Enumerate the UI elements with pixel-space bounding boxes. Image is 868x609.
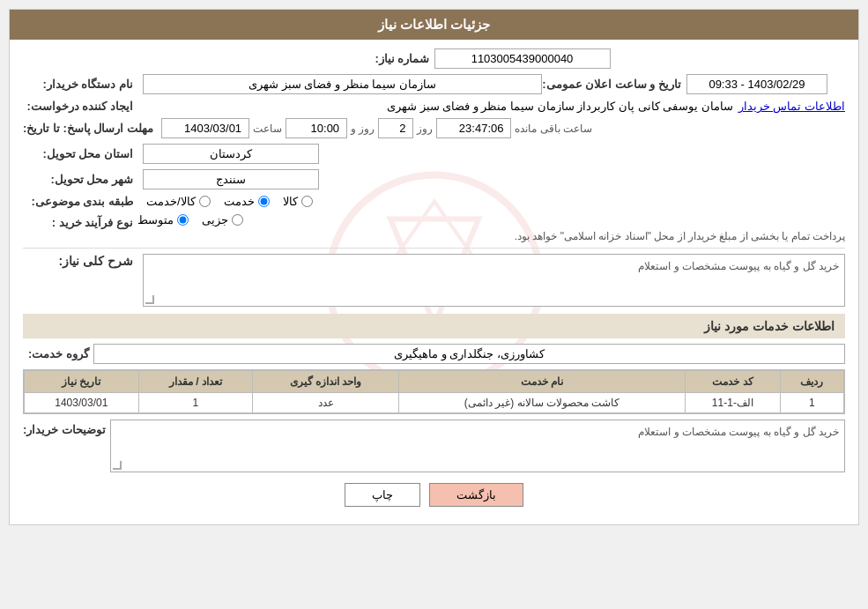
buyer-notes-value: خرید گل و گیاه به پیوست مشخصات و استعلام bbox=[116, 426, 839, 438]
table-row: 1 الف-1-11 کاشت محصولات سالانه (غیر دائم… bbox=[25, 393, 844, 413]
need-number-label: شماره نیاز: bbox=[320, 52, 434, 65]
services-table: ردیف کد خدمت نام خدمت واحد اندازه گیری ت… bbox=[24, 370, 844, 413]
subject-radio-kala[interactable]: کالا bbox=[283, 195, 313, 208]
province-label: استان محل تحویل: bbox=[23, 147, 137, 160]
col-header-row: ردیف bbox=[780, 371, 843, 393]
send-deadline-label: مهلت ارسال پاسخ: تا تاریخ: bbox=[23, 122, 158, 135]
subject-radio-kala-khedmat-input[interactable] bbox=[199, 196, 211, 207]
need-summary-label: شرح کلی نیاز: bbox=[23, 254, 137, 268]
service-group-value: کشاورزی، جنگلداری و ماهیگیری bbox=[93, 344, 845, 364]
process-note: پرداخت تمام یا بخشی از مبلغ خریدار از مح… bbox=[137, 230, 845, 242]
process-radio-jozei-input[interactable] bbox=[232, 214, 243, 226]
province-value: کردستان bbox=[143, 144, 319, 164]
subject-row: طبقه بندی موضوعی: کالا/خدمت خدمت bbox=[23, 195, 845, 208]
days-unit-label: روز و bbox=[351, 123, 375, 135]
buyer-notes-box: خرید گل و گیاه به پیوست مشخصات و استعلام bbox=[110, 420, 845, 472]
creator-row: ایجاد کننده درخواست: سامان یوسفی کانی پا… bbox=[23, 100, 845, 113]
need-number-value: 1103005439000040 bbox=[434, 48, 611, 69]
process-type-radios: متوسط جزیی bbox=[137, 213, 845, 227]
cell-service-name: کاشت محصولات سالانه (غیر دائمی) bbox=[398, 393, 685, 413]
creator-label: ایجاد کننده درخواست: bbox=[23, 100, 137, 113]
city-value: سنندج bbox=[143, 169, 319, 189]
service-group-row: گروه خدمت: کشاورزی، جنگلداری و ماهیگیری bbox=[23, 344, 845, 364]
announce-date-label: تاریخ و ساعت اعلان عمومی: bbox=[542, 78, 681, 91]
need-summary-row: شرح کلی نیاز: خرید گل و گیاه به پیوست مش… bbox=[23, 254, 845, 307]
services-table-container: ردیف کد خدمت نام خدمت واحد اندازه گیری ت… bbox=[23, 369, 845, 414]
process-radio-jozei[interactable]: جزیی bbox=[202, 213, 243, 227]
col-header-service-name: نام خدمت bbox=[398, 371, 685, 393]
need-summary-box: خرید گل و گیاه به پیوست مشخصات و استعلام bbox=[143, 254, 845, 307]
subject-radio-kala-input[interactable] bbox=[301, 196, 313, 207]
send-deadline-date: 1403/03/01 bbox=[161, 118, 249, 138]
process-type-row: نوع فرآیند خرید : متوسط جزیی bbox=[23, 213, 845, 242]
send-deadline-row: مهلت ارسال پاسخ: تا تاریخ: 1403/03/01 سا… bbox=[23, 118, 845, 138]
subject-radio-khedmat-input[interactable] bbox=[258, 196, 270, 207]
buyer-notes-label: توضیحات خریدار: bbox=[23, 420, 110, 436]
panel-header: جزئیات اطلاعات نیاز bbox=[10, 10, 858, 40]
creator-contact-link[interactable]: اطلاعات تماس خریدار bbox=[738, 100, 845, 113]
resize-handle[interactable] bbox=[145, 295, 154, 304]
days-label: روز bbox=[417, 123, 433, 135]
process-jozei-label: جزیی bbox=[202, 213, 228, 227]
process-type-content: متوسط جزیی پرداخت تمام یا بخشی از مبلغ خ… bbox=[137, 213, 845, 242]
process-type-label: نوع فرآیند خرید : bbox=[23, 213, 137, 229]
need-number-row: شماره نیاز: 1103005439000040 bbox=[23, 48, 845, 69]
cell-service-code: الف-1-11 bbox=[686, 393, 781, 413]
subject-radio-khedmat[interactable]: خدمت bbox=[224, 195, 270, 208]
col-header-count: تعداد / مقدار bbox=[138, 371, 252, 393]
send-deadline-days: 2 bbox=[378, 118, 413, 138]
buyer-notes-row: توضیحات خریدار: خرید گل و گیاه به پیوست … bbox=[23, 420, 845, 472]
service-group-label: گروه خدمت: bbox=[23, 347, 93, 360]
buyer-org-value: سازمان سیما منظر و فضای سبز شهری bbox=[143, 74, 542, 94]
buyer-org-announce-row: نام دستگاه خریدار: سازمان سیما منظر و فض… bbox=[23, 74, 845, 94]
subject-khedmat-label: خدمت bbox=[224, 195, 255, 208]
cell-date: 1403/03/01 bbox=[25, 393, 139, 413]
send-deadline-time: 10:00 bbox=[286, 118, 347, 138]
col-header-unit: واحد اندازه گیری bbox=[253, 371, 399, 393]
subject-radio-kala-khedmat[interactable]: کالا/خدمت bbox=[146, 195, 211, 208]
buyer-notes-resize-handle[interactable] bbox=[113, 461, 122, 470]
time-unit-label: ساعت bbox=[253, 123, 282, 135]
cell-count: 1 bbox=[138, 393, 252, 413]
cell-row: 1 bbox=[780, 393, 843, 413]
process-radio-motevaset-input[interactable] bbox=[177, 214, 189, 226]
action-buttons-row: بازگشت چاپ bbox=[23, 483, 845, 507]
need-summary-value: خرید گل و گیاه به پیوست مشخصات و استعلام bbox=[149, 260, 839, 272]
subject-kala-khedmat-label: کالا/خدمت bbox=[146, 195, 196, 208]
remaining-label: ساعت باقی مانده bbox=[515, 123, 592, 135]
back-button[interactable]: بازگشت bbox=[429, 483, 523, 507]
process-motevaset-label: متوسط bbox=[137, 213, 174, 227]
service-info-section-header: اطلاعات خدمات مورد نیاز bbox=[23, 314, 845, 338]
announce-date-value: 1403/02/29 - 09:33 bbox=[686, 74, 827, 94]
subject-label: طبقه بندی موضوعی: bbox=[23, 195, 137, 208]
creator-value: سامان یوسفی کانی پان کاربرداز سازمان سیم… bbox=[143, 100, 733, 113]
subject-kala-label: کالا bbox=[283, 195, 298, 208]
col-header-date: تاریخ نیاز bbox=[25, 371, 139, 393]
send-deadline-remaining: 23:47:06 bbox=[436, 118, 511, 138]
province-row: استان محل تحویل: کردستان bbox=[23, 144, 845, 164]
city-row: شهر محل تحویل: سنندج bbox=[23, 169, 845, 189]
process-radio-motevaset[interactable]: متوسط bbox=[137, 213, 189, 227]
col-header-service-code: کد خدمت bbox=[686, 371, 781, 393]
buyer-org-label: نام دستگاه خریدار: bbox=[23, 78, 137, 91]
subject-radio-group: کالا/خدمت خدمت کالا bbox=[146, 195, 313, 208]
city-label: شهر محل تحویل: bbox=[23, 173, 137, 186]
cell-unit: عدد bbox=[253, 393, 399, 413]
print-button[interactable]: چاپ bbox=[345, 483, 420, 507]
